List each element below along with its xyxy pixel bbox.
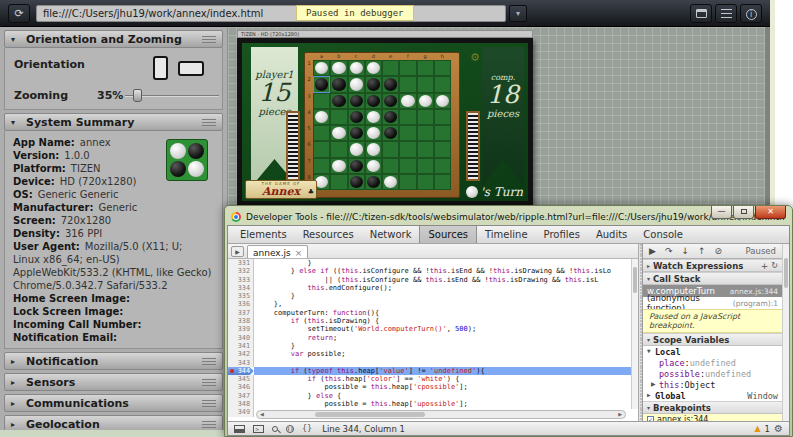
drag-grip-icon[interactable]	[202, 36, 216, 43]
line-number-gutter[interactable]: 347	[228, 392, 254, 400]
line-number-gutter[interactable]: 345	[228, 375, 254, 383]
scope-variable[interactable]: place: undefined	[643, 357, 782, 368]
tab-profiles[interactable]: Profiles	[536, 226, 588, 243]
code-line[interactable]: 348 possible = this.heap['upossible'];	[228, 400, 638, 408]
code-line[interactable]: 334 this.endConfigure();	[228, 284, 638, 292]
code-line[interactable]: 337 computerTurn: function(){	[228, 309, 638, 317]
code-text[interactable]: if (this.isDrawing) {	[254, 317, 638, 325]
code-text[interactable]	[254, 359, 638, 367]
board-cell[interactable]	[434, 76, 451, 92]
panel-toggle-button[interactable]	[690, 4, 712, 23]
board-cell[interactable]	[382, 93, 399, 109]
board-cell[interactable]	[434, 93, 451, 109]
resume-button[interactable]: ▶	[649, 246, 656, 256]
board-cell[interactable]	[382, 158, 399, 174]
code-text[interactable]: possible = this.heap['upossible'];	[254, 400, 638, 408]
board-cell[interactable]	[417, 158, 434, 174]
board-cell[interactable]	[382, 109, 399, 125]
line-number-gutter[interactable]: 341	[228, 342, 254, 350]
board-cell[interactable]	[382, 76, 399, 92]
line-number-gutter[interactable]: 338	[228, 317, 254, 325]
code-text[interactable]: } else if ((this.isConfigure && !this.is…	[254, 267, 638, 275]
code-text[interactable]: }	[254, 259, 638, 267]
menu-button[interactable]	[715, 4, 737, 23]
scope-group[interactable]: ▶GlobalWindow	[643, 390, 782, 401]
code-text[interactable]: },	[254, 300, 638, 308]
code-line[interactable]: 341 }	[228, 342, 638, 350]
code-line[interactable]: 340 return;	[228, 334, 638, 342]
tab-timeline[interactable]: Timeline	[477, 226, 536, 243]
board-cell[interactable]	[330, 109, 347, 125]
tab-network[interactable]: Network	[362, 226, 420, 243]
section-header-notification[interactable]: ▸Notification	[4, 352, 223, 370]
line-number-gutter[interactable]: 344	[228, 367, 254, 375]
code-text[interactable]: } else {	[254, 392, 638, 400]
game-board[interactable]	[313, 60, 451, 190]
line-number-gutter[interactable]: 333	[228, 276, 254, 284]
code-line[interactable]: 345 if (this.heap['color'] == 'white') {	[228, 375, 638, 383]
board-cell[interactable]	[348, 76, 365, 92]
board-cell[interactable]	[313, 93, 330, 109]
drag-grip-icon[interactable]	[202, 400, 216, 407]
board-cell[interactable]	[382, 60, 399, 76]
board-cell[interactable]	[434, 141, 451, 157]
board-cell[interactable]	[365, 141, 382, 157]
scroll-right-icon[interactable]: ▶	[618, 411, 622, 417]
section-header-geolocation[interactable]: ▸Geolocation	[4, 415, 223, 431]
close-button[interactable]: ✕	[755, 206, 786, 219]
board-cell[interactable]	[434, 125, 451, 141]
code-line[interactable]: 339 setTimeout('World.computerTurn()', 5…	[228, 325, 638, 333]
code-text[interactable]: }	[254, 342, 638, 350]
code-line[interactable]: 344 if (typeof this.heap['value'] != 'un…	[228, 367, 638, 375]
sidebar-scrollbar[interactable]	[782, 244, 789, 421]
zoom-slider[interactable]	[125, 95, 219, 97]
scope-variables-header[interactable]: ▾ Scope Variables	[643, 333, 782, 346]
code-line[interactable]: 336 },	[228, 300, 638, 308]
code-text[interactable]: possible = this.heap['cpossible'];	[254, 383, 638, 391]
board-cell[interactable]	[417, 60, 434, 76]
add-watch-icon[interactable]: +	[761, 261, 769, 271]
board-cell[interactable]	[365, 60, 382, 76]
line-number-gutter[interactable]: 342	[228, 350, 254, 358]
board-cell[interactable]	[365, 174, 382, 190]
line-number-gutter[interactable]: 346	[228, 383, 254, 391]
board-cell[interactable]	[434, 60, 451, 76]
deactivate-breakpoints-button[interactable]: ⊘	[715, 246, 723, 256]
board-cell[interactable]	[313, 76, 330, 92]
board-cell[interactable]	[399, 158, 416, 174]
code-line[interactable]: 338 if (this.isDrawing) {	[228, 317, 638, 325]
step-over-button[interactable]: ↷	[665, 246, 673, 256]
board-cell[interactable]	[330, 93, 347, 109]
scrollbar-thumb[interactable]	[315, 412, 425, 417]
board-cell[interactable]	[330, 141, 347, 157]
board-cell[interactable]	[330, 125, 347, 141]
board-cell[interactable]	[365, 158, 382, 174]
code-text[interactable]: var possible;	[254, 350, 638, 358]
code-text[interactable]: || (this.isConfigure && this.isEnd && !t…	[254, 276, 638, 284]
code-text[interactable]: setTimeout('World.computerTurn()', 500);	[254, 325, 638, 333]
call-stack-frame[interactable]: (anonymous function)(program):1	[643, 297, 782, 309]
orientation-portrait-icon[interactable]	[153, 56, 168, 80]
board-cell[interactable]	[399, 174, 416, 190]
code-horizontal-scrollbar[interactable]: ◀ ▶	[256, 410, 626, 419]
board-cell[interactable]	[382, 125, 399, 141]
board-cell[interactable]	[399, 125, 416, 141]
watch-expressions-header[interactable]: ▸ Watch Expressions + ↻	[643, 259, 782, 272]
tab-resources[interactable]: Resources	[295, 226, 362, 243]
dock-icon[interactable]	[234, 425, 245, 433]
board-cell[interactable]	[417, 109, 434, 125]
url-field[interactable]: file:///C:/Users/jhu19/work/annex/index.…	[36, 5, 506, 22]
board-cell[interactable]	[348, 174, 365, 190]
code-text[interactable]: if (typeof this.heap['value'] != 'undefi…	[254, 367, 638, 375]
settings-gear-icon[interactable]: ⚙	[774, 423, 783, 434]
drag-grip-icon[interactable]	[202, 379, 216, 386]
tab-sources[interactable]: Sources	[419, 226, 477, 243]
scope-variable[interactable]: ▶this: Object	[643, 379, 782, 390]
code-line[interactable]: 343	[228, 359, 638, 367]
zoom-slider-thumb[interactable]	[133, 89, 142, 102]
board-cell[interactable]	[313, 109, 330, 125]
board-cell[interactable]	[399, 141, 416, 157]
file-tab-annexjs[interactable]: annex.js ×	[247, 245, 308, 258]
scope-group[interactable]: ▼Local	[643, 346, 782, 357]
board-cell[interactable]	[330, 158, 347, 174]
